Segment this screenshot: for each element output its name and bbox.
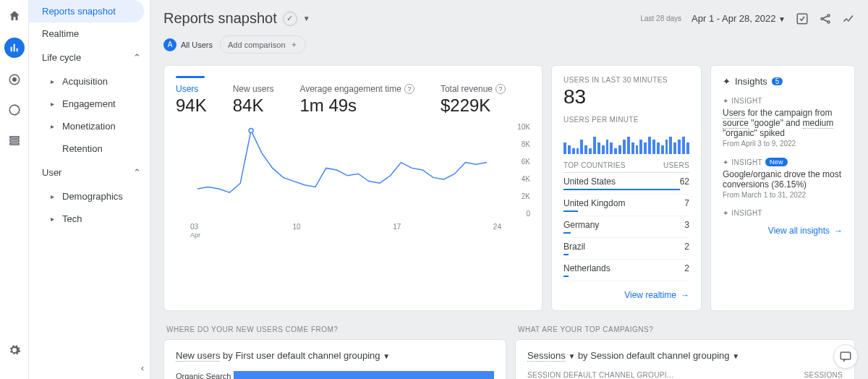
arrow-right-icon: → bbox=[681, 290, 689, 300]
sparkle-icon: ✦ bbox=[723, 97, 728, 105]
realtime-user-count: 83 bbox=[563, 85, 689, 108]
add-comparison-button[interactable]: Add comparison ＋ bbox=[220, 35, 306, 54]
home-icon[interactable] bbox=[6, 7, 23, 25]
sidebar-label: Reports snapshot bbox=[42, 6, 116, 17]
sidebar-item-retention[interactable]: Retention bbox=[51, 137, 150, 160]
sparkle-icon: ✦ bbox=[723, 209, 728, 217]
sparkle-icon: ✦ bbox=[723, 76, 731, 87]
admin-gear-icon[interactable] bbox=[6, 341, 23, 359]
view-all-insights-link[interactable]: View all insights→ bbox=[723, 226, 843, 236]
sidebar-item-demographics[interactable]: ▸Demographics bbox=[51, 185, 150, 208]
section-title: WHAT ARE YOUR TOP CAMPAIGNS? bbox=[518, 325, 855, 333]
col-head: SESSION DEFAULT CHANNEL GROUPI... bbox=[527, 371, 673, 379]
channel-bar-row: Organic Search bbox=[176, 371, 494, 379]
col-head: SESSIONS bbox=[804, 371, 843, 379]
sidebar-item-acquisition[interactable]: ▸Acquisition bbox=[51, 70, 150, 93]
y-tick: 10K bbox=[517, 123, 530, 131]
page-title: Reports snapshot bbox=[163, 10, 277, 27]
col-head: TOP COUNTRIES bbox=[563, 161, 626, 169]
sidebar-collapse-button[interactable]: ‹ bbox=[141, 362, 144, 373]
caret-right-icon: ▸ bbox=[51, 215, 58, 223]
svg-rect-11 bbox=[841, 352, 851, 359]
chevron-down-icon: ▼ bbox=[383, 352, 390, 360]
insight-title: Google/organic drove the most conversion… bbox=[723, 169, 843, 190]
sidebar-item-engagement[interactable]: ▸Engagement bbox=[51, 93, 150, 115]
metric-users[interactable]: Users94K bbox=[176, 76, 207, 116]
svg-point-9 bbox=[827, 21, 830, 23]
section-label: User bbox=[42, 167, 61, 178]
feedback-button[interactable] bbox=[833, 344, 858, 369]
share-icon[interactable] bbox=[819, 12, 832, 25]
configure-icon[interactable] bbox=[6, 132, 23, 149]
svg-rect-5 bbox=[10, 143, 19, 145]
help-icon[interactable]: ? bbox=[495, 84, 506, 94]
chevron-down-icon: ▼ bbox=[778, 15, 786, 23]
plus-icon: ＋ bbox=[290, 39, 298, 50]
sidebar-label: Tech bbox=[62, 213, 82, 224]
country-row: Netherlands2 bbox=[563, 260, 689, 281]
realtime-sparkline bbox=[563, 131, 689, 154]
x-tick: 03 bbox=[190, 223, 198, 231]
metric-selector[interactable]: Sessions ▼ by Session default channel gr… bbox=[527, 350, 843, 361]
x-tick: 24 bbox=[493, 223, 501, 239]
insights-icon[interactable] bbox=[842, 12, 855, 25]
metric-selector[interactable]: New users by First user default channel … bbox=[176, 350, 494, 361]
metric-new-users[interactable]: New users84K bbox=[233, 76, 274, 116]
insights-count-badge: 5 bbox=[772, 77, 783, 85]
svg-point-10 bbox=[249, 128, 253, 132]
segment-all-users[interactable]: A All Users bbox=[163, 38, 213, 51]
reports-icon[interactable] bbox=[4, 38, 25, 58]
date-hint: Last 28 days bbox=[640, 14, 681, 22]
explore-icon[interactable] bbox=[6, 71, 23, 88]
chip-label: Add comparison bbox=[228, 41, 286, 49]
overview-card: Users94KNew users84KAverage engagement t… bbox=[163, 65, 542, 311]
y-tick: 2K bbox=[522, 192, 530, 200]
y-tick: 0 bbox=[526, 210, 530, 218]
main-content: Reports snapshot ✓ ▼ Last 28 days Apr 1 … bbox=[150, 0, 868, 379]
insight-item[interactable]: ✦INSIGHT bbox=[723, 209, 843, 217]
card-subtitle: USERS PER MINUTE bbox=[563, 116, 689, 124]
section-title: WHERE DO YOUR NEW USERS COME FROM? bbox=[166, 325, 506, 333]
sidebar-item-tech[interactable]: ▸Tech bbox=[51, 208, 150, 230]
country-row: Germany3 bbox=[563, 216, 689, 238]
sidebar-item-reports-snapshot[interactable]: Reports snapshot bbox=[29, 0, 144, 22]
sidebar-item-monetization[interactable]: ▸Monetization bbox=[51, 115, 150, 137]
sidebar-section-user[interactable]: User⌃ bbox=[29, 160, 150, 185]
metric-total-revenue[interactable]: Total revenue ?$229K bbox=[441, 76, 506, 116]
svg-rect-4 bbox=[10, 140, 19, 141]
svg-point-8 bbox=[827, 14, 830, 17]
sidebar-label: Monetization bbox=[62, 121, 116, 132]
svg-point-1 bbox=[12, 78, 16, 82]
metric-average-engagement-time[interactable]: Average engagement time ?1m 49s bbox=[299, 76, 414, 116]
users-line-chart: 10K 8K 6K 4K 2K 0 03Apr 10 17 24 bbox=[176, 123, 530, 239]
insight-title: Users for the campaign from source "goog… bbox=[723, 108, 843, 138]
chevron-down-icon[interactable]: ▼ bbox=[303, 14, 310, 22]
insight-date: From March 1 to 31, 2022 bbox=[723, 191, 843, 199]
customize-icon[interactable] bbox=[796, 12, 809, 25]
svg-rect-3 bbox=[10, 137, 19, 138]
country-row: Brazil2 bbox=[563, 238, 689, 260]
sparkle-icon: ✦ bbox=[723, 158, 728, 166]
icon-rail bbox=[0, 0, 29, 379]
chevron-down-icon: ▼ bbox=[732, 352, 739, 360]
country-row: United Kingdom7 bbox=[563, 195, 689, 216]
sidebar-section-lifecycle[interactable]: Life cycle⌃ bbox=[29, 45, 150, 70]
date-range-picker[interactable]: Apr 1 - Apr 28, 2022 ▼ bbox=[692, 13, 786, 24]
insight-item[interactable]: ✦INSIGHT Users for the campaign from sou… bbox=[723, 97, 843, 148]
sidebar-item-realtime[interactable]: Realtime bbox=[29, 22, 150, 45]
sidebar-label: Acquisition bbox=[62, 76, 108, 87]
caret-right-icon: ▸ bbox=[51, 100, 58, 108]
help-icon[interactable]: ? bbox=[404, 84, 414, 94]
new-badge: New bbox=[765, 158, 788, 166]
top-campaigns-card: Sessions ▼ by Session default channel gr… bbox=[515, 339, 855, 379]
insight-date: From April 3 to 9, 2022 bbox=[723, 140, 843, 148]
advertising-icon[interactable] bbox=[6, 101, 23, 119]
chevron-up-icon: ⌃ bbox=[133, 52, 141, 63]
card-title: Insights bbox=[735, 76, 767, 87]
verified-icon[interactable]: ✓ bbox=[283, 12, 297, 26]
new-users-source-card: New users by First user default channel … bbox=[163, 339, 506, 379]
insight-item[interactable]: ✦INSIGHTNew Google/organic drove the mos… bbox=[723, 158, 843, 199]
card-subtitle: USERS IN LAST 30 MINUTES bbox=[563, 76, 689, 84]
view-realtime-link[interactable]: View realtime→ bbox=[563, 290, 689, 300]
x-tick: 10 bbox=[293, 223, 301, 239]
